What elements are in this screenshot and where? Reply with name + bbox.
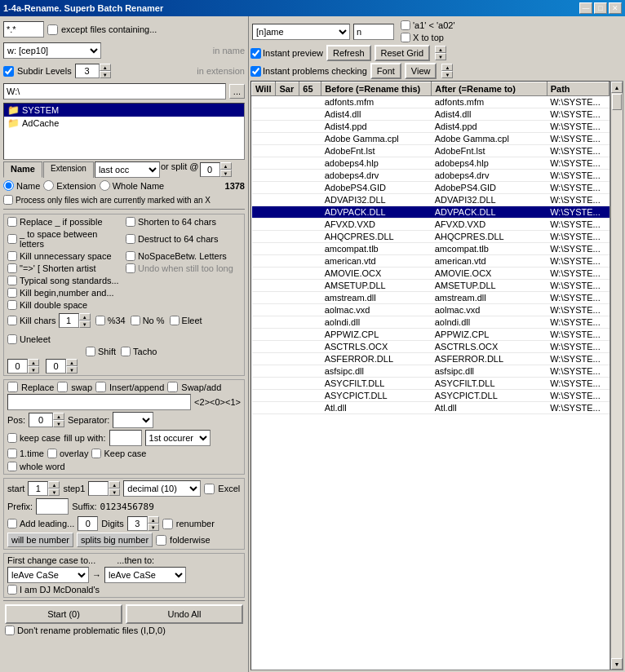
step-down[interactable]: ▼ <box>109 489 120 496</box>
last-occ-select[interactable]: last occ <box>95 161 160 178</box>
will-be-number-btn[interactable]: will be number <box>7 533 73 547</box>
num1-down[interactable]: ▼ <box>28 366 39 374</box>
split-value[interactable] <box>200 162 220 177</box>
font-button[interactable]: Font <box>370 63 401 79</box>
table-row[interactable]: aolndi.dllaolndi.dllW:\SYSTE... <box>252 316 609 329</box>
view-scroll-down[interactable]: ▼ <box>441 71 453 78</box>
scroll-down-btn[interactable]: ▼ <box>611 658 623 670</box>
kill-chars-up[interactable]: ▲ <box>79 313 91 321</box>
prefix-input[interactable] <box>36 498 69 515</box>
undo-button[interactable]: Undo All <box>126 604 243 624</box>
table-row[interactable]: asfsipc.dllasfsipc.dllW:\SYSTE... <box>252 365 609 378</box>
add-leading-value[interactable] <box>78 516 98 531</box>
col-before[interactable]: Before (=Rename this) <box>321 82 432 96</box>
table-row[interactable]: aolmac.vxdaolmac.vxdW:\SYSTE... <box>252 304 609 316</box>
table-row[interactable]: amstream.dllamstream.dllW:\SYSTE... <box>252 292 609 304</box>
table-row[interactable]: ASYCFILT.DLLASYCFILT.DLLW:\SYSTE... <box>252 378 609 390</box>
scroll-track[interactable] <box>611 93 623 658</box>
num2-up[interactable]: ▲ <box>66 359 78 366</box>
step-value[interactable] <box>88 481 109 496</box>
table-row[interactable]: APPWIZ.CPLAPPWIZ.CPLW:\SYSTE... <box>252 329 609 341</box>
table-row[interactable]: adfonts.mfmadfonts.mfmW:\SYSTE... <box>252 96 609 108</box>
pos-down[interactable]: ▼ <box>53 420 64 427</box>
table-row[interactable]: Adist4.ppdAdist4.ppdW:\SYSTE... <box>252 121 609 133</box>
kill-chars-down[interactable]: ▼ <box>79 321 91 328</box>
col-sar[interactable]: Sar <box>276 82 299 96</box>
grid-scroll-up[interactable]: ▲ <box>435 46 446 53</box>
process-only-check[interactable] <box>3 195 13 205</box>
check-instant-problems[interactable] <box>250 66 261 77</box>
radio-whole-name[interactable] <box>100 180 110 191</box>
table-row[interactable]: Adobe Gamma.cplAdobe Gamma.cplW:\SYSTE..… <box>252 133 609 145</box>
view-button[interactable]: View <box>405 63 437 79</box>
table-row[interactable]: adobeps4.hlpadobeps4.hlpW:\SYSTE... <box>252 157 609 170</box>
name-pattern-input[interactable] <box>353 24 394 40</box>
table-row[interactable]: ASFERROR.DLLASFERROR.DLLW:\SYSTE... <box>252 353 609 365</box>
radio-extension[interactable] <box>43 180 54 191</box>
splits-big-btn[interactable]: splits big number <box>77 533 153 547</box>
start-button[interactable]: Start (0) <box>5 604 122 624</box>
table-row[interactable]: ADVAPI32.DLLADVAPI32.DLLW:\SYSTE... <box>252 194 609 206</box>
drive-select[interactable]: w: [cep10] <box>3 42 101 59</box>
tree-item-system[interactable]: 📁 SYSTEM <box>4 104 244 117</box>
occur-select[interactable]: 1st occurer <box>145 430 211 446</box>
start-value[interactable] <box>28 481 48 496</box>
table-row[interactable]: ASCTRLS.OCXASCTRLS.OCXW:\SYSTE... <box>252 341 609 353</box>
file-tree[interactable]: 📁 SYSTEM 📁 AdCache <box>3 103 245 160</box>
split-up[interactable]: ▲ <box>220 162 232 170</box>
name-combo-select[interactable]: [n]ame <box>252 24 350 40</box>
table-row[interactable]: amcompat.tlbamcompat.tlbW:\SYSTE... <box>252 243 609 255</box>
digits-down[interactable]: ▼ <box>148 524 159 531</box>
col-after[interactable]: After (=Rename to) <box>432 82 547 96</box>
check-dont-rename[interactable] <box>5 626 15 635</box>
check-replace[interactable] <box>7 382 18 392</box>
tab-name[interactable]: Name <box>3 161 42 178</box>
minimize-button[interactable]: — <box>579 2 592 14</box>
table-row[interactable]: AHQCPRES.DLLAHQCPRES.DLLW:\SYSTE... <box>252 231 609 243</box>
subdir-up[interactable]: ▲ <box>100 64 111 71</box>
num1-up[interactable]: ▲ <box>28 359 39 366</box>
case-from-select[interactable]: leAve CaSe <box>7 567 89 583</box>
table-row[interactable]: american.vtdamerican.vtdW:\SYSTE... <box>252 255 609 267</box>
scroll-thumb[interactable] <box>612 94 622 110</box>
subdir-down[interactable]: ▼ <box>100 71 111 78</box>
case-to-select[interactable]: leAve CaSe <box>104 567 186 583</box>
pos-up[interactable]: ▲ <box>53 413 64 420</box>
reset-grid-button[interactable]: Reset Grid <box>375 45 431 61</box>
file-table-container[interactable]: Will Sar 65 Before (=Rename this) After … <box>250 81 610 670</box>
table-row[interactable]: adobeps4.drvadobeps4.drvW:\SYSTE... <box>252 170 609 182</box>
check-insert[interactable] <box>95 382 106 392</box>
filter-input[interactable] <box>3 21 44 38</box>
check-folderwise[interactable] <box>156 535 166 546</box>
subdir-value[interactable] <box>75 64 100 78</box>
except-files-check[interactable] <box>47 24 58 35</box>
replace-from-input[interactable] <box>7 394 191 410</box>
table-row[interactable]: AdobeFnt.lstAdobeFnt.lstW:\SYSTE... <box>252 145 609 157</box>
table-row[interactable]: ADVPACK.DLLADVPACK.DLLW:\SYSTE... <box>252 206 609 219</box>
table-scrollbar[interactable]: ▲ ▼ <box>610 81 623 670</box>
grid-scroll-down[interactable]: ▼ <box>435 53 446 60</box>
pos-value[interactable] <box>29 413 53 427</box>
table-row[interactable]: Adist4.dllAdist4.dllW:\SYSTE... <box>252 108 609 121</box>
digits-value[interactable] <box>127 516 148 531</box>
step-up[interactable]: ▲ <box>109 481 120 489</box>
start-down[interactable]: ▼ <box>48 489 60 496</box>
check-renumber[interactable] <box>162 519 173 529</box>
num2-value[interactable] <box>46 359 66 374</box>
digits-up[interactable]: ▲ <box>148 516 159 524</box>
split-down[interactable]: ▼ <box>220 170 232 177</box>
tree-item-adcache[interactable]: 📁 AdCache <box>4 117 244 130</box>
table-row[interactable]: AFVXD.VXDAFVXD.VXDW:\SYSTE... <box>252 219 609 231</box>
view-scroll-up[interactable]: ▲ <box>441 64 453 71</box>
path-browse-btn[interactable]: ... <box>229 84 245 99</box>
refresh-button[interactable]: Refresh <box>326 45 371 61</box>
start-up[interactable]: ▲ <box>48 481 60 489</box>
table-row[interactable]: AdobePS4.GIDAdobePS4.GIDW:\SYSTE... <box>252 182 609 194</box>
kill-chars-value[interactable] <box>59 313 79 328</box>
col-path[interactable]: Path <box>547 82 609 96</box>
table-row[interactable]: Atl.dllAtl.dllW:\SYSTE... <box>252 402 609 414</box>
decimal-select[interactable]: decimal (10) <box>123 480 201 497</box>
col-will[interactable]: Will <box>252 82 276 96</box>
check-instant-preview[interactable] <box>250 48 261 59</box>
col-num[interactable]: 65 <box>299 82 321 96</box>
